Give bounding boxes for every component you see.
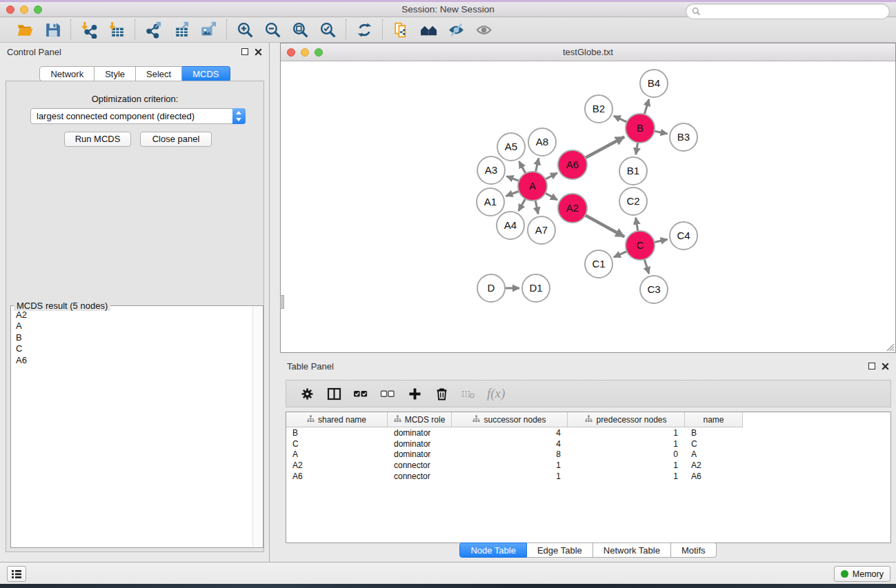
mcds-result-item[interactable]: C: [12, 343, 252, 354]
node-A3[interactable]: A3: [477, 156, 505, 184]
scrollbar-track[interactable]: [252, 307, 262, 547]
table-row[interactable]: A6connector11A6: [286, 472, 890, 483]
table-row[interactable]: Adominator80A: [286, 449, 890, 460]
memory-button[interactable]: Memory: [834, 566, 890, 582]
tab-node-table[interactable]: Node Table: [459, 543, 527, 558]
apply-layout-button[interactable]: [352, 19, 376, 40]
cell-MCDS-role[interactable]: connector: [388, 472, 452, 483]
cell-name[interactable]: A2: [685, 460, 743, 472]
first-neighbors-button[interactable]: [417, 19, 440, 40]
settings-gear-button[interactable]: [299, 385, 315, 403]
show-graphics-details-button[interactable]: [472, 19, 495, 40]
node-A7[interactable]: A7: [528, 216, 555, 244]
select-all-columns-button[interactable]: [352, 385, 369, 403]
tab-network[interactable]: Network: [39, 66, 94, 81]
tab-edge-table[interactable]: Edge Table: [527, 543, 593, 558]
close-panel-button[interactable]: Close panel: [140, 132, 212, 147]
tab-motifs[interactable]: Motifs: [671, 543, 717, 558]
delete-columns-button[interactable]: [433, 385, 450, 403]
import-network-from-file-button[interactable]: [77, 19, 101, 40]
export-image-button[interactable]: [197, 19, 220, 40]
tab-select[interactable]: Select: [136, 66, 182, 81]
cell-shared-name[interactable]: B: [286, 428, 388, 439]
node-A[interactable]: A: [518, 172, 547, 201]
node-A2[interactable]: A2: [558, 194, 587, 223]
save-session-button[interactable]: [41, 19, 64, 40]
search-box[interactable]: [686, 3, 890, 19]
node-A6[interactable]: A6: [558, 150, 587, 179]
cell-MCDS-role[interactable]: connector: [388, 460, 452, 472]
cell-shared-name[interactable]: A2: [286, 460, 388, 472]
zoom-fit-button[interactable]: [288, 19, 312, 40]
close-table-panel-icon[interactable]: [882, 363, 889, 370]
run-mcds-button[interactable]: Run MCDS: [64, 132, 131, 147]
cell-MCDS-role[interactable]: dominator: [388, 428, 452, 439]
node-D1[interactable]: D1: [522, 274, 550, 302]
column-header-shared-name[interactable]: shared name: [286, 412, 388, 427]
node-A4[interactable]: A4: [497, 212, 524, 239]
float-table-panel-icon[interactable]: [868, 363, 875, 369]
node-A5[interactable]: A5: [497, 133, 525, 161]
zoom-out-button[interactable]: [261, 19, 284, 40]
cell-predecessor-nodes[interactable]: 1: [568, 428, 685, 439]
node-A8[interactable]: A8: [528, 128, 556, 156]
cell-predecessor-nodes[interactable]: 0: [568, 449, 685, 460]
column-header-name[interactable]: name: [685, 412, 743, 427]
cell-predecessor-nodes[interactable]: 1: [568, 460, 685, 472]
mcds-result-item[interactable]: A: [12, 321, 252, 332]
table-row[interactable]: A2connector11A2: [286, 460, 890, 472]
node-C4[interactable]: C4: [670, 222, 697, 250]
column-header-MCDS-role[interactable]: MCDS role: [388, 412, 452, 427]
node-D[interactable]: D: [477, 274, 505, 302]
cell-name[interactable]: C: [685, 439, 743, 450]
network-canvas[interactable]: B4B2BB3A8A5A6A3B1AA1C2A2A4A7C4CC1DD1C3: [281, 61, 895, 352]
node-B1[interactable]: B1: [619, 157, 647, 185]
cell-shared-name[interactable]: A6: [286, 472, 388, 483]
node-C1[interactable]: C1: [585, 250, 613, 278]
node-B[interactable]: B: [626, 114, 655, 143]
import-table-from-file-button[interactable]: [105, 19, 128, 40]
clone-network-button[interactable]: [389, 19, 412, 40]
cell-shared-name[interactable]: C: [286, 439, 388, 450]
resize-grip-icon[interactable]: [885, 342, 895, 352]
cell-successor-nodes[interactable]: 4: [452, 428, 568, 439]
panel-list-button[interactable]: [7, 566, 26, 582]
cell-name[interactable]: B: [685, 428, 743, 439]
hide-graphics-details-button[interactable]: [444, 19, 468, 40]
cell-MCDS-role[interactable]: dominator: [388, 439, 452, 450]
node-B2[interactable]: B2: [585, 95, 613, 123]
create-column-button[interactable]: [406, 385, 423, 403]
table-row[interactable]: Cdominator41C: [286, 439, 890, 450]
export-table-button[interactable]: [169, 19, 192, 40]
table-row[interactable]: Bdominator41B: [286, 428, 890, 439]
open-session-button[interactable]: [13, 19, 37, 40]
cell-successor-nodes[interactable]: 4: [452, 439, 568, 450]
float-panel-icon[interactable]: [241, 48, 248, 55]
node-C2[interactable]: C2: [619, 187, 647, 215]
cell-successor-nodes[interactable]: 1: [452, 460, 568, 472]
optimization-criterion-select[interactable]: largest connected component (directed): [30, 108, 246, 124]
cell-MCDS-role[interactable]: dominator: [388, 449, 452, 460]
cell-shared-name[interactable]: A: [286, 449, 388, 460]
close-panel-icon[interactable]: [255, 48, 262, 56]
export-network-button[interactable]: [141, 19, 165, 40]
zoom-in-button[interactable]: [233, 19, 257, 40]
node-C[interactable]: C: [626, 231, 655, 260]
mcds-result-item[interactable]: A6: [12, 355, 252, 366]
node-B3[interactable]: B3: [670, 123, 697, 151]
tab-mcds[interactable]: MCDS: [182, 66, 230, 81]
unselect-all-columns-button[interactable]: [379, 385, 396, 403]
tab-style[interactable]: Style: [94, 66, 136, 81]
cell-successor-nodes[interactable]: 1: [452, 472, 568, 483]
zoom-selected-button[interactable]: [316, 19, 339, 40]
tab-network-table[interactable]: Network Table: [593, 543, 671, 558]
node-A1[interactable]: A1: [477, 188, 504, 216]
mcds-result-item[interactable]: A2: [12, 310, 252, 321]
mcds-result-item[interactable]: B: [12, 332, 252, 343]
search-input[interactable]: [701, 6, 889, 18]
show-columns-button[interactable]: [326, 385, 342, 403]
cell-predecessor-nodes[interactable]: 1: [568, 439, 685, 450]
cell-predecessor-nodes[interactable]: 1: [568, 472, 685, 483]
cell-name[interactable]: A6: [685, 472, 743, 483]
column-header-successor-nodes[interactable]: successor nodes: [452, 412, 568, 427]
